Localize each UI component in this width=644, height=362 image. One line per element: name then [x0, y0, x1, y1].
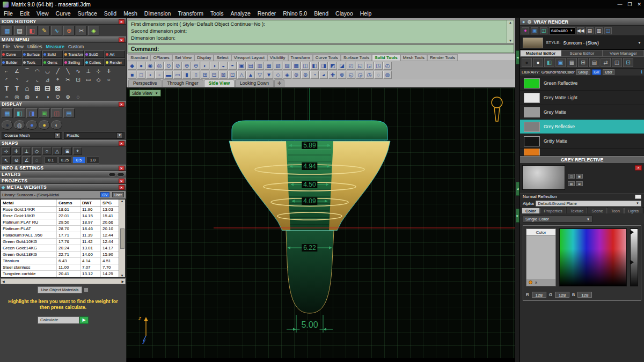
- table-vertical-scrollbar[interactable]: ▲ ▼: [119, 200, 125, 277]
- snap-icon[interactable]: △: [53, 147, 62, 155]
- measure-tool-icon[interactable]: ◇: [94, 76, 103, 83]
- toolbar-tab[interactable]: Standard: [128, 54, 150, 61]
- collapse-arrow-icon[interactable]: ◀: [516, 50, 519, 64]
- r-value[interactable]: 128: [532, 292, 546, 298]
- snap-icon[interactable]: ○: [42, 147, 52, 155]
- new-viewport-tab-icon[interactable]: ✛: [274, 79, 284, 87]
- toolbar-tab[interactable]: Transform: [288, 54, 313, 61]
- command-scrollbar[interactable]: ▲ ▼: [507, 20, 514, 43]
- current-color-swatch[interactable]: [526, 236, 555, 279]
- history-tool-icon[interactable]: ⊕: [63, 26, 75, 35]
- gv-toggle[interactable]: GV: [100, 192, 109, 197]
- category-button[interactable]: Transform: [63, 50, 84, 58]
- solid-tool-icon[interactable]: ▣: [237, 62, 246, 70]
- measure-tool-icon[interactable]: ⊡: [74, 76, 83, 83]
- display-mode-icon[interactable]: ◨: [26, 108, 38, 118]
- material-editor-icon[interactable]: ●: [522, 58, 532, 67]
- close-icon[interactable]: ✕: [119, 166, 125, 171]
- solid-tool-icon[interactable]: ◇: [274, 71, 282, 79]
- solid-tool-icon[interactable]: ◔: [310, 71, 319, 79]
- toolbar-tab[interactable]: Display: [194, 54, 214, 61]
- solid-tool-icon[interactable]: ◈: [283, 71, 291, 79]
- solid-tool-icon[interactable]: ⊠: [219, 71, 228, 79]
- column-header[interactable]: DWT: [80, 200, 101, 206]
- gv-button[interactable]: GV: [592, 69, 601, 75]
- user-button[interactable]: User: [603, 69, 614, 75]
- column-header[interactable]: SPG: [101, 200, 119, 206]
- solid-tool-icon[interactable]: ⊛: [301, 71, 310, 79]
- measure-tool-icon[interactable]: ✂: [63, 76, 72, 83]
- toolbar-tab[interactable]: Mesh Tools: [400, 54, 427, 61]
- material-display-select[interactable]: Plastic ▼: [64, 132, 125, 139]
- material-preview[interactable]: [522, 165, 565, 190]
- collapse-arrow-icon[interactable]: ◀: [516, 182, 519, 196]
- material-editor-icon[interactable]: ▤: [589, 58, 599, 67]
- material-editor-icon[interactable]: ⇄: [601, 58, 611, 67]
- circle-tool-icon[interactable]: ◌: [74, 93, 83, 100]
- solid-tool-icon[interactable]: ◪: [338, 62, 346, 70]
- preview-option-icon[interactable]: ▤: [568, 181, 575, 186]
- history-tool-icon[interactable]: ◈: [88, 26, 99, 35]
- circle-tool-icon[interactable]: ⊙: [53, 93, 62, 100]
- solid-tool-icon[interactable]: ▩: [292, 62, 301, 70]
- collapse-arrow-icon[interactable]: ▶: [516, 209, 519, 223]
- curve-tool-icon[interactable]: ⌐: [2, 67, 11, 75]
- main-menu-tab[interactable]: File: [3, 44, 10, 49]
- open-image-icon[interactable]: ▥: [595, 27, 603, 34]
- measure-tool-icon[interactable]: ◟: [33, 76, 42, 83]
- viewport-tab[interactable]: Side View: [204, 79, 235, 87]
- history-tool-icon[interactable]: ✂: [76, 26, 87, 35]
- material-editor-icon[interactable]: ▦: [567, 58, 577, 67]
- material-list-item[interactable]: Green Reflective: [520, 76, 644, 91]
- color-mode-select[interactable]: Single Color ▼: [523, 216, 592, 223]
- viewport[interactable]: Side View ▼: [127, 87, 515, 358]
- measure-tool-icon[interactable]: ◞: [23, 76, 32, 83]
- solid-tool-icon[interactable]: ⊡: [228, 71, 237, 79]
- toolbar-tab[interactable]: Curve Tools: [313, 54, 341, 61]
- library-value[interactable]: GroundPlaneColor: [541, 70, 575, 75]
- menu-item[interactable]: Clayoo: [335, 10, 353, 17]
- main-menu-tab[interactable]: View: [14, 44, 24, 49]
- solid-tool-icon[interactable]: ⊘: [173, 62, 182, 70]
- solid-tool-icon[interactable]: ◍: [383, 71, 392, 79]
- category-button[interactable]: Cutters: [84, 58, 105, 66]
- solid-tool-icon[interactable]: ▤: [246, 62, 255, 70]
- material-editor-icon[interactable]: ⊞: [578, 58, 588, 67]
- toolbar-tab[interactable]: Solid Tools: [372, 54, 400, 61]
- shading-mode-icon[interactable]: ●: [2, 120, 13, 130]
- solid-tool-icon[interactable]: ▦: [265, 62, 273, 70]
- toolbar-tab[interactable]: Select: [214, 54, 231, 61]
- table-row[interactable]: Rose Gold:14KR 18.61 11.96 13.03: [1, 206, 125, 213]
- curve-tool-icon[interactable]: ✛: [104, 67, 113, 75]
- solid-tool-icon[interactable]: ⊗: [338, 71, 346, 79]
- render-window-icon[interactable]: ◫: [540, 27, 547, 34]
- material-list-item[interactable]: Grey Matte: [520, 105, 644, 120]
- solid-tool-icon[interactable]: ◑: [210, 62, 218, 70]
- solid-tool-icon[interactable]: ⊟: [210, 71, 218, 79]
- solid-tool-icon[interactable]: ◒: [219, 62, 228, 70]
- solid-tool-icon[interactable]: ◐: [201, 62, 209, 70]
- viewport-title-dropdown[interactable]: Side View ▼: [129, 90, 161, 97]
- category-button[interactable]: Builder: [1, 58, 21, 66]
- snap-icon[interactable]: ⊥: [22, 147, 31, 155]
- solid-tool-icon[interactable]: ◩: [328, 62, 337, 70]
- eyedropper-icon[interactable]: [529, 280, 532, 284]
- material-editor-icon[interactable]: ●: [533, 58, 543, 67]
- editor-tab[interactable]: Scene Editor: [561, 50, 603, 57]
- curve-tool-icon[interactable]: ◡: [43, 67, 52, 75]
- circle-tool-icon[interactable]: ○: [2, 93, 11, 100]
- solid-tool-icon[interactable]: ◱: [356, 62, 364, 70]
- table-row[interactable]: Green Gold:10KG 17.76 11.42 12.44: [1, 239, 125, 245]
- snap-icon[interactable]: ✛: [12, 147, 21, 155]
- table-row[interactable]: Green Gold:14KG 20.24 13.01 14.17: [1, 245, 125, 252]
- viewport-tab[interactable]: Perspective: [128, 79, 162, 87]
- solid-tool-icon[interactable]: ▮: [182, 71, 191, 79]
- scroll-up-icon[interactable]: ▲: [509, 20, 512, 25]
- measure-tool-icon[interactable]: ⌖: [53, 76, 62, 83]
- main-menu-tab[interactable]: Measure: [46, 44, 64, 49]
- material-list-item[interactable]: Grey Matte Light: [520, 91, 644, 105]
- solid-tool-icon[interactable]: ▯: [192, 71, 200, 79]
- render-sphere-icon[interactable]: ●: [522, 27, 529, 34]
- category-button[interactable]: Surface: [22, 50, 42, 58]
- menu-item[interactable]: Tools: [210, 10, 224, 17]
